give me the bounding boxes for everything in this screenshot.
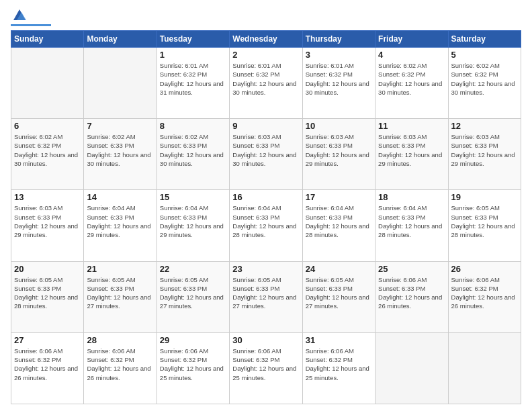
day-info: Sunrise: 6:06 AMSunset: 6:32 PMDaylight:… bbox=[87, 347, 153, 382]
calendar-cell: 30Sunrise: 6:06 AMSunset: 6:32 PMDayligh… bbox=[230, 332, 302, 404]
day-info: Sunrise: 6:03 AMSunset: 6:33 PMDaylight:… bbox=[232, 132, 299, 168]
day-info: Sunrise: 6:04 AMSunset: 6:33 PMDaylight:… bbox=[306, 203, 372, 239]
col-header-tuesday: Tuesday bbox=[157, 31, 229, 48]
day-number: 23 bbox=[232, 264, 299, 274]
col-header-thursday: Thursday bbox=[302, 31, 375, 48]
calendar-cell bbox=[11, 48, 84, 119]
calendar-cell: 23Sunrise: 6:05 AMSunset: 6:33 PMDayligh… bbox=[230, 261, 302, 332]
day-number: 11 bbox=[378, 121, 445, 131]
col-header-monday: Monday bbox=[84, 31, 157, 48]
day-number: 6 bbox=[14, 121, 81, 131]
day-info: Sunrise: 6:06 AMSunset: 6:32 PMDaylight:… bbox=[306, 347, 372, 382]
logo-underline bbox=[11, 24, 51, 26]
day-info: Sunrise: 6:05 AMSunset: 6:33 PMDaylight:… bbox=[306, 275, 372, 311]
calendar-header-row: SundayMondayTuesdayWednesdayThursdayFrid… bbox=[11, 31, 521, 48]
day-number: 12 bbox=[451, 121, 518, 131]
calendar-week-row: 13Sunrise: 6:03 AMSunset: 6:33 PMDayligh… bbox=[11, 190, 521, 261]
calendar-cell: 8Sunrise: 6:02 AMSunset: 6:33 PMDaylight… bbox=[157, 119, 229, 190]
day-info: Sunrise: 6:02 AMSunset: 6:33 PMDaylight:… bbox=[160, 132, 226, 168]
day-info: Sunrise: 6:01 AMSunset: 6:32 PMDaylight:… bbox=[232, 61, 299, 97]
day-info: Sunrise: 6:02 AMSunset: 6:32 PMDaylight:… bbox=[451, 61, 518, 97]
day-info: Sunrise: 6:01 AMSunset: 6:32 PMDaylight:… bbox=[306, 61, 372, 97]
day-number: 28 bbox=[87, 335, 153, 345]
calendar-week-row: 27Sunrise: 6:06 AMSunset: 6:32 PMDayligh… bbox=[11, 332, 521, 404]
day-info: Sunrise: 6:02 AMSunset: 6:32 PMDaylight:… bbox=[14, 132, 81, 168]
day-info: Sunrise: 6:04 AMSunset: 6:33 PMDaylight:… bbox=[232, 203, 299, 239]
calendar-cell: 21Sunrise: 6:05 AMSunset: 6:33 PMDayligh… bbox=[84, 261, 157, 332]
calendar-cell: 4Sunrise: 6:02 AMSunset: 6:32 PMDaylight… bbox=[375, 48, 448, 119]
calendar-week-row: 20Sunrise: 6:05 AMSunset: 6:33 PMDayligh… bbox=[11, 261, 521, 332]
day-number: 26 bbox=[451, 264, 518, 274]
calendar-cell: 15Sunrise: 6:04 AMSunset: 6:33 PMDayligh… bbox=[157, 190, 229, 261]
day-info: Sunrise: 6:04 AMSunset: 6:33 PMDaylight:… bbox=[160, 203, 226, 239]
day-info: Sunrise: 6:05 AMSunset: 6:33 PMDaylight:… bbox=[87, 275, 153, 311]
day-number: 13 bbox=[14, 192, 81, 202]
calendar-cell: 19Sunrise: 6:05 AMSunset: 6:33 PMDayligh… bbox=[448, 190, 521, 261]
calendar-cell: 20Sunrise: 6:05 AMSunset: 6:33 PMDayligh… bbox=[11, 261, 84, 332]
calendar-cell: 17Sunrise: 6:04 AMSunset: 6:33 PMDayligh… bbox=[302, 190, 375, 261]
day-number: 10 bbox=[306, 121, 372, 131]
calendar-cell: 22Sunrise: 6:05 AMSunset: 6:33 PMDayligh… bbox=[157, 261, 229, 332]
day-info: Sunrise: 6:05 AMSunset: 6:33 PMDaylight:… bbox=[232, 275, 299, 311]
calendar-cell: 31Sunrise: 6:06 AMSunset: 6:32 PMDayligh… bbox=[302, 332, 375, 404]
page: SundayMondayTuesdayWednesdayThursdayFrid… bbox=[0, 0, 532, 411]
day-number: 5 bbox=[451, 50, 518, 60]
col-header-wednesday: Wednesday bbox=[230, 31, 302, 48]
calendar-cell: 27Sunrise: 6:06 AMSunset: 6:32 PMDayligh… bbox=[11, 332, 84, 404]
header bbox=[11, 8, 521, 26]
day-number: 9 bbox=[232, 121, 299, 131]
calendar-cell: 12Sunrise: 6:03 AMSunset: 6:33 PMDayligh… bbox=[448, 119, 521, 190]
calendar-cell: 11Sunrise: 6:03 AMSunset: 6:33 PMDayligh… bbox=[375, 119, 448, 190]
logo bbox=[11, 8, 51, 26]
day-info: Sunrise: 6:03 AMSunset: 6:33 PMDaylight:… bbox=[378, 132, 445, 168]
day-info: Sunrise: 6:06 AMSunset: 6:32 PMDaylight:… bbox=[232, 347, 299, 382]
day-info: Sunrise: 6:05 AMSunset: 6:33 PMDaylight:… bbox=[451, 203, 518, 239]
calendar-cell bbox=[375, 332, 448, 404]
calendar-cell: 6Sunrise: 6:02 AMSunset: 6:32 PMDaylight… bbox=[11, 119, 84, 190]
calendar-week-row: 6Sunrise: 6:02 AMSunset: 6:32 PMDaylight… bbox=[11, 119, 521, 190]
calendar-cell: 28Sunrise: 6:06 AMSunset: 6:32 PMDayligh… bbox=[84, 332, 157, 404]
calendar-cell: 3Sunrise: 6:01 AMSunset: 6:32 PMDaylight… bbox=[302, 48, 375, 119]
calendar-cell: 26Sunrise: 6:06 AMSunset: 6:32 PMDayligh… bbox=[448, 261, 521, 332]
day-info: Sunrise: 6:06 AMSunset: 6:32 PMDaylight:… bbox=[14, 347, 81, 382]
calendar-cell: 29Sunrise: 6:06 AMSunset: 6:32 PMDayligh… bbox=[157, 332, 229, 404]
day-number: 14 bbox=[87, 192, 153, 202]
day-info: Sunrise: 6:06 AMSunset: 6:32 PMDaylight:… bbox=[160, 347, 226, 382]
calendar-cell: 16Sunrise: 6:04 AMSunset: 6:33 PMDayligh… bbox=[230, 190, 302, 261]
day-info: Sunrise: 6:03 AMSunset: 6:33 PMDaylight:… bbox=[14, 203, 81, 239]
day-number: 20 bbox=[14, 264, 81, 274]
col-header-saturday: Saturday bbox=[448, 31, 521, 48]
calendar-cell: 24Sunrise: 6:05 AMSunset: 6:33 PMDayligh… bbox=[302, 261, 375, 332]
day-info: Sunrise: 6:05 AMSunset: 6:33 PMDaylight:… bbox=[160, 275, 226, 311]
day-number: 27 bbox=[14, 335, 81, 345]
day-number: 8 bbox=[160, 121, 226, 131]
day-number: 21 bbox=[87, 264, 153, 274]
day-number: 25 bbox=[378, 264, 445, 274]
day-info: Sunrise: 6:03 AMSunset: 6:33 PMDaylight:… bbox=[306, 132, 372, 168]
day-info: Sunrise: 6:02 AMSunset: 6:32 PMDaylight:… bbox=[378, 61, 445, 97]
day-number: 24 bbox=[306, 264, 372, 274]
day-number: 7 bbox=[87, 121, 153, 131]
day-info: Sunrise: 6:05 AMSunset: 6:33 PMDaylight:… bbox=[14, 275, 81, 311]
day-number: 3 bbox=[306, 50, 372, 60]
day-number: 2 bbox=[232, 50, 299, 60]
day-info: Sunrise: 6:02 AMSunset: 6:33 PMDaylight:… bbox=[87, 132, 153, 168]
day-number: 22 bbox=[160, 264, 226, 274]
col-header-sunday: Sunday bbox=[11, 31, 84, 48]
logo-icon bbox=[12, 8, 27, 23]
day-number: 4 bbox=[378, 50, 445, 60]
calendar-cell: 7Sunrise: 6:02 AMSunset: 6:33 PMDaylight… bbox=[84, 119, 157, 190]
calendar-cell: 1Sunrise: 6:01 AMSunset: 6:32 PMDaylight… bbox=[157, 48, 229, 119]
calendar-cell: 14Sunrise: 6:04 AMSunset: 6:33 PMDayligh… bbox=[84, 190, 157, 261]
day-number: 17 bbox=[306, 192, 372, 202]
day-number: 30 bbox=[232, 335, 299, 345]
calendar-week-row: 1Sunrise: 6:01 AMSunset: 6:32 PMDaylight… bbox=[11, 48, 521, 119]
day-number: 1 bbox=[160, 50, 226, 60]
calendar-cell: 2Sunrise: 6:01 AMSunset: 6:32 PMDaylight… bbox=[230, 48, 302, 119]
calendar-cell: 9Sunrise: 6:03 AMSunset: 6:33 PMDaylight… bbox=[230, 119, 302, 190]
day-number: 15 bbox=[160, 192, 226, 202]
col-header-friday: Friday bbox=[375, 31, 448, 48]
calendar-cell: 10Sunrise: 6:03 AMSunset: 6:33 PMDayligh… bbox=[302, 119, 375, 190]
calendar-cell: 25Sunrise: 6:06 AMSunset: 6:33 PMDayligh… bbox=[375, 261, 448, 332]
calendar-cell: 18Sunrise: 6:04 AMSunset: 6:33 PMDayligh… bbox=[375, 190, 448, 261]
